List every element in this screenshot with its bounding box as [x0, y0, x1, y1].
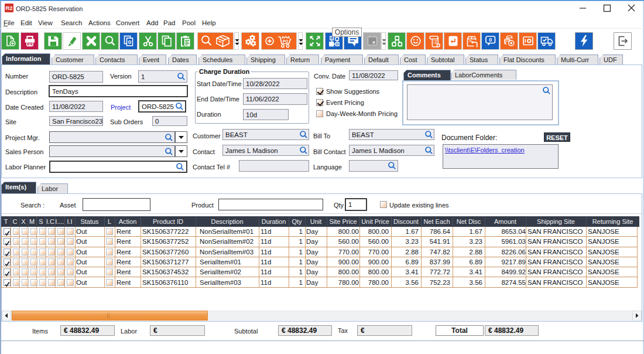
- svg-text:0: 0: [128, 39, 131, 45]
- svg-text:0: 0: [489, 37, 492, 43]
- svg-text:PO: PO: [282, 39, 287, 43]
